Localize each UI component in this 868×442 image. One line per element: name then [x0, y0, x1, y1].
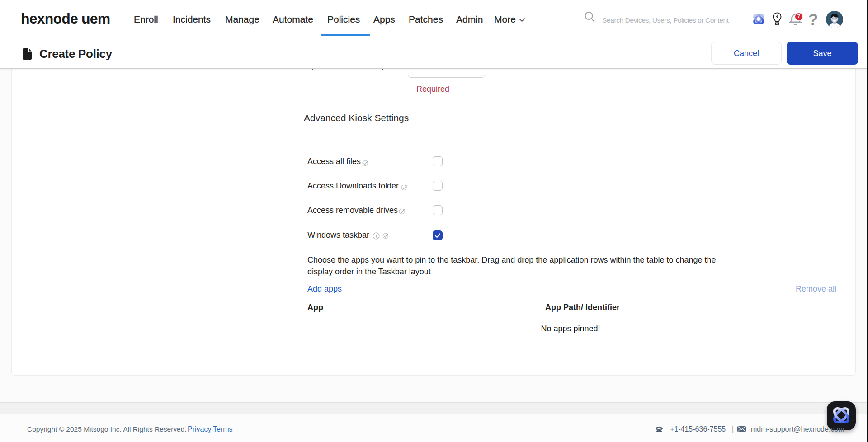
- svg-text:i: i: [375, 233, 377, 239]
